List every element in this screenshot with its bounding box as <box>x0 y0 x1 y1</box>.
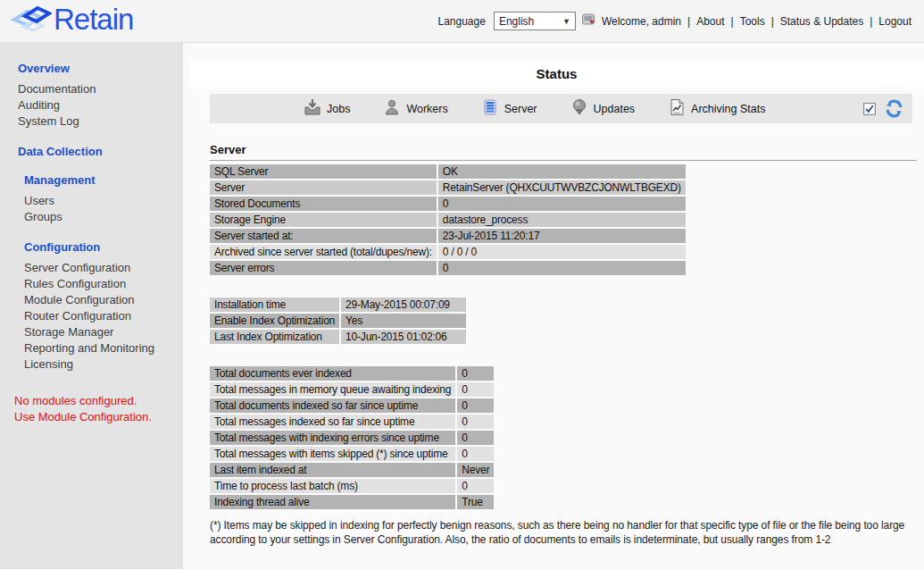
row-label: Enable Index Optimization <box>210 314 339 328</box>
row-value: 0 <box>457 479 494 493</box>
installation-table: Installation time 29-May-2015 00:07:09 E… <box>208 296 468 346</box>
table-row: Archived since server started (total/dup… <box>210 245 686 259</box>
nav-link-logout[interactable]: Logout <box>878 15 912 28</box>
sidebar-item-users[interactable]: Users <box>24 193 183 209</box>
sidebar-group-management: Management Users Groups <box>0 173 183 225</box>
separator: | <box>731 15 734 28</box>
row-value: Yes <box>341 314 466 328</box>
row-label: Storage Engine <box>210 213 437 227</box>
sidebar-item-groups[interactable]: Groups <box>24 209 183 225</box>
nav-link-status-updates[interactable]: Status & Updates <box>780 15 863 28</box>
row-label: Total documents indexed so far since upt… <box>210 398 455 413</box>
table-row: Time to process last batch (ms) 0 <box>210 479 494 493</box>
updates-label: Updates <box>594 103 636 115</box>
row-label: Total messages with items skipped (*) si… <box>210 447 455 461</box>
updates-icon <box>570 98 588 119</box>
row-value: 0 <box>457 398 494 413</box>
row-label: Total messages in memory queue awaiting … <box>210 382 455 397</box>
row-label: Installation time <box>210 298 339 312</box>
server-button[interactable]: Server <box>481 98 537 119</box>
nav-link-about[interactable]: About <box>696 15 724 28</box>
sidebar-item-system-log[interactable]: System Log <box>18 113 183 130</box>
sidebar-group-overview: Overview Documentation Auditing System L… <box>0 62 183 130</box>
sidebar-group-data-collection: Data Collection <box>0 145 183 158</box>
sidebar-item-router-configuration[interactable]: Router Configuration <box>24 308 183 324</box>
separator: | <box>687 15 690 28</box>
table-row: Installation time 29-May-2015 00:07:09 <box>210 298 466 312</box>
sidebar-item-storage-manager[interactable]: Storage Manager <box>24 324 183 340</box>
sidebar-item-reporting-and-monitoring[interactable]: Reporting and Monitoring <box>24 340 183 356</box>
row-value: datastore_process <box>438 213 686 227</box>
sidebar-item-documentation[interactable]: Documentation <box>18 81 183 97</box>
table-row: Total documents indexed so far since upt… <box>210 398 494 413</box>
row-label: SQL Server <box>210 164 437 179</box>
table-row: Indexing thread alive True <box>210 495 494 509</box>
sidebar-item-management[interactable]: Management <box>24 173 183 187</box>
workers-button[interactable]: Workers <box>383 98 447 119</box>
sidebar-item-data-collection[interactable]: Data Collection <box>18 145 183 158</box>
retain-logo-icon <box>11 3 52 40</box>
retain-logo: Retain <box>11 3 133 40</box>
workers-label: Workers <box>406 103 447 115</box>
sidebar-item-module-configuration[interactable]: Module Configuration <box>24 292 183 308</box>
row-label: Last Index Optimization <box>210 330 339 344</box>
row-label: Total messages with indexing errors sinc… <box>210 431 455 445</box>
row-value: 23-Jul-2015 11:20:17 <box>438 229 686 243</box>
row-label: Server started at: <box>210 229 437 243</box>
jobs-label: Jobs <box>327 103 350 115</box>
user-status-icon <box>582 13 595 29</box>
row-value: 0 <box>457 366 494 381</box>
row-value: 0 <box>457 431 494 445</box>
row-value: 29-May-2015 00:07:09 <box>341 298 466 312</box>
row-value: OK <box>438 164 686 179</box>
table-row: Last Index Optimization 10-Jun-2015 01:0… <box>210 330 466 344</box>
no-modules-notice: No modules configured. Use Module Config… <box>0 388 168 425</box>
table-row: SQL Server OK <box>210 164 686 179</box>
server-status-table: SQL Server OK Server RetainServer (QHXCU… <box>208 163 687 277</box>
sidebar-item-rules-configuration[interactable]: Rules Configuration <box>24 276 183 292</box>
row-value: True <box>457 495 494 509</box>
sidebar-item-server-configuration[interactable]: Server Configuration <box>24 260 183 276</box>
page-title: Status <box>189 61 924 87</box>
refresh-icon[interactable] <box>884 98 904 119</box>
archiving-stats-label: Archiving Stats <box>691 103 765 115</box>
sidebar-group-configuration: Configuration Server Configuration Rules… <box>0 240 183 373</box>
table-row: Storage Engine datastore_process <box>210 213 686 227</box>
table-row: Total messages with indexing errors sinc… <box>210 431 494 445</box>
row-label: Time to process last batch (ms) <box>210 479 455 493</box>
main-content: Status Jobs <box>183 43 924 569</box>
jobs-button[interactable]: Jobs <box>304 98 350 119</box>
language-select[interactable]: English ▼ <box>494 12 576 30</box>
sidebar-item-overview[interactable]: Overview <box>18 62 183 75</box>
row-label: Stored Documents <box>210 197 437 211</box>
sidebar-item-configuration[interactable]: Configuration <box>24 240 183 254</box>
archiving-stats-button[interactable]: Archiving Stats <box>668 98 765 119</box>
auto-refresh-checkbox[interactable] <box>863 103 876 115</box>
row-value: 0 / 0 / 0 <box>438 245 686 259</box>
row-value: Never <box>457 463 494 477</box>
separator: | <box>771 15 774 28</box>
row-value: 0 <box>457 415 494 429</box>
row-label: Server <box>210 180 437 195</box>
skipped-items-footnote: (*) Items may be skipped in indexing for… <box>210 518 917 547</box>
row-value: 0 <box>438 197 686 211</box>
sidebar-item-auditing[interactable]: Auditing <box>18 97 183 113</box>
separator: | <box>870 15 872 28</box>
logo-text: Retain <box>54 3 133 37</box>
row-value: 10-Jun-2015 01:02:06 <box>341 330 466 344</box>
updates-button[interactable]: Updates <box>570 98 636 119</box>
table-row: Server RetainServer (QHXCUUTWVBZCJONWLTB… <box>210 180 686 195</box>
top-header: Retain Language English ▼ Welcome, admin… <box>0 0 924 43</box>
nav-link-tools[interactable]: Tools <box>740 15 765 28</box>
status-toolbar: Jobs Workers <box>210 94 912 123</box>
table-row: Stored Documents 0 <box>210 197 686 211</box>
row-label: Last item indexed at <box>210 463 455 477</box>
sidebar-item-licensing[interactable]: Licensing <box>24 356 183 373</box>
row-label: Total documents ever indexed <box>210 366 455 381</box>
jobs-icon <box>304 98 321 119</box>
section-title-server: Server <box>210 143 917 161</box>
archiving-stats-icon <box>668 98 686 119</box>
welcome-admin-text: Welcome, admin <box>602 15 681 28</box>
server-label: Server <box>504 103 537 115</box>
sidebar: Overview Documentation Auditing System L… <box>0 43 183 569</box>
